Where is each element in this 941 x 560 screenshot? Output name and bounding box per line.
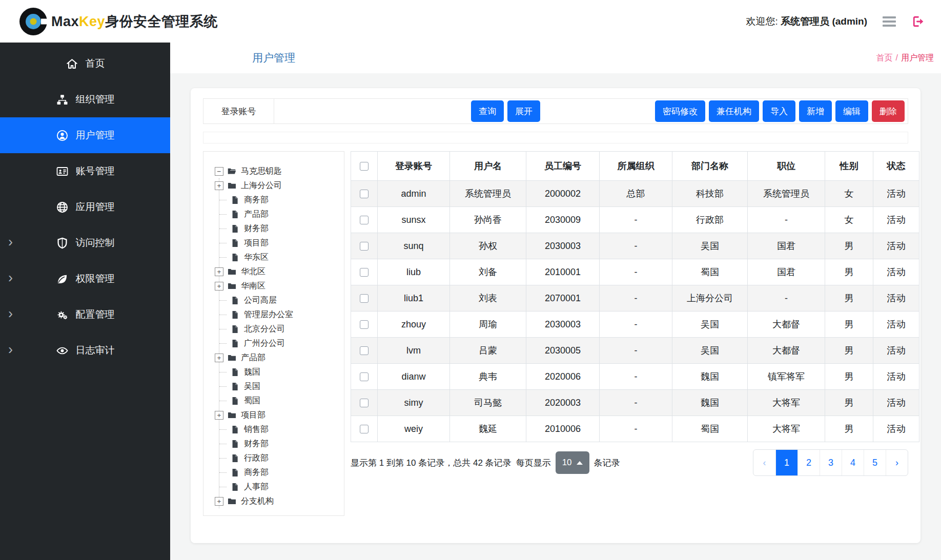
row-checkbox[interactable] <box>360 320 369 329</box>
sidebar-item-config[interactable]: ›配置管理 <box>0 297 170 333</box>
tree-node[interactable]: 销售部 <box>219 422 341 437</box>
row-select-cell <box>351 364 378 390</box>
tree-node[interactable]: 华东区 <box>219 250 341 264</box>
tree-node[interactable]: 北京分公司 <box>219 322 341 336</box>
tree-node[interactable]: 商务部 <box>219 465 341 480</box>
page-button-2[interactable]: 2 <box>797 450 820 475</box>
sidebar-item-user[interactable]: 用户管理 <box>0 117 170 153</box>
password-modify-button[interactable]: 密码修改 <box>655 100 705 122</box>
tree-node[interactable]: +华南区 <box>219 279 341 293</box>
row-checkbox[interactable] <box>360 399 369 407</box>
cell-login: dianw <box>378 364 450 390</box>
row-checkbox[interactable] <box>360 216 369 224</box>
cell-position: 国君 <box>748 233 825 259</box>
tree-node[interactable]: −马克思钥匙 <box>215 164 341 178</box>
cell-status: 活动 <box>873 416 919 442</box>
tree-node[interactable]: 商务部 <box>219 193 341 207</box>
tree-node[interactable]: 广州分公司 <box>219 336 341 350</box>
tree-node[interactable]: +项目部 <box>219 408 341 422</box>
tree-node[interactable]: 公司高层 <box>219 293 341 307</box>
query-button[interactable]: 查询 <box>471 100 504 122</box>
collapse-toggle-icon[interactable]: − <box>215 167 223 176</box>
page-size-value: 10 <box>562 458 572 468</box>
tree-node[interactable]: 吴国 <box>219 379 341 393</box>
tree-node[interactable]: 财务部 <box>219 221 341 236</box>
logout-button[interactable] <box>911 14 926 29</box>
breadcrumb: 首页 / 用户管理 <box>876 53 934 64</box>
col-status: 状态 <box>873 152 919 181</box>
sidebar-item-perm[interactable]: ›权限管理 <box>0 261 170 297</box>
row-checkbox[interactable] <box>360 242 369 251</box>
maxkey-logo-icon <box>19 8 47 35</box>
row-checkbox[interactable] <box>360 346 369 355</box>
file-icon <box>230 453 240 463</box>
sidebar-item-access[interactable]: ›访问控制 <box>0 225 170 261</box>
page-size-dropdown[interactable]: 10 <box>556 451 589 474</box>
cell-login: sunsx <box>378 207 450 233</box>
sidebar-item-audit[interactable]: ›日志审计 <box>0 333 170 368</box>
prev-page-button[interactable]: ‹ <box>753 450 775 475</box>
tree-node[interactable]: 人事部 <box>219 480 341 494</box>
top-header: MaxKey身份安全管理系统 欢迎您: 系统管理员 (admin) <box>0 0 941 43</box>
edit-button[interactable]: 编辑 <box>835 100 868 122</box>
import-button[interactable]: 导入 <box>763 100 795 122</box>
sidebar-item-label: 账号管理 <box>76 164 115 178</box>
col-org: 所属组织 <box>600 152 672 181</box>
tree-node[interactable]: 项目部 <box>219 236 341 250</box>
delete-button[interactable]: 删除 <box>872 100 905 122</box>
cell-gender: 女 <box>825 207 873 233</box>
table-body: admin系统管理员2000002总部科技部系统管理员女活动sunsx孙尚香20… <box>351 181 919 442</box>
page-button-1[interactable]: 1 <box>775 450 797 475</box>
per-page-prefix: 每页显示 <box>516 457 551 469</box>
menu-toggle-icon[interactable] <box>881 14 898 29</box>
tree-node[interactable]: +分支机构 <box>219 494 341 508</box>
expand-toggle-icon[interactable]: + <box>215 354 223 362</box>
row-checkbox[interactable] <box>360 294 369 303</box>
gears-icon <box>56 308 69 321</box>
sidebar-item-home[interactable]: 首页 <box>0 46 170 81</box>
chevron-right-icon: › <box>8 234 13 250</box>
file-icon <box>230 367 240 377</box>
login-account-input[interactable] <box>274 99 471 123</box>
expand-toggle-icon[interactable]: + <box>215 267 223 276</box>
breadcrumb-separator: / <box>896 53 898 63</box>
cell-status: 活动 <box>873 181 919 207</box>
tree-node[interactable]: 财务部 <box>219 437 341 451</box>
tree-node-label: 华东区 <box>244 252 269 263</box>
tree-node[interactable]: +华北区 <box>219 264 341 279</box>
page-title: 用户管理 <box>252 51 295 65</box>
row-checkbox[interactable] <box>360 268 369 277</box>
cell-position: - <box>748 285 825 312</box>
tree-node[interactable]: +产品部 <box>219 350 341 365</box>
table-row: zhouy周瑜2030003-吴国大都督男活动 <box>351 312 919 338</box>
expand-toggle-icon[interactable]: + <box>215 282 223 291</box>
row-checkbox[interactable] <box>360 425 369 433</box>
tree-node[interactable]: 行政部 <box>219 451 341 465</box>
tree-node-label: 北京分公司 <box>244 324 285 335</box>
tree-connector <box>219 487 227 487</box>
expand-toggle-icon[interactable]: + <box>215 181 223 190</box>
row-select-cell <box>351 181 378 207</box>
expand-toggle-icon[interactable]: + <box>215 411 223 420</box>
expand-toggle-icon[interactable]: + <box>215 497 223 506</box>
row-checkbox[interactable] <box>360 190 369 198</box>
tree-node[interactable]: 产品部 <box>219 207 341 221</box>
add-button[interactable]: 新增 <box>799 100 832 122</box>
row-checkbox[interactable] <box>360 372 369 381</box>
sidebar-item-account[interactable]: 账号管理 <box>0 153 170 189</box>
sidebar-item-label: 用户管理 <box>76 129 115 142</box>
concurrent-org-button[interactable]: 兼任机构 <box>709 100 759 122</box>
breadcrumb-home-link[interactable]: 首页 <box>876 53 893 64</box>
expand-button[interactable]: 展开 <box>507 100 540 122</box>
tree-node[interactable]: 魏国 <box>219 365 341 379</box>
next-page-button[interactable]: › <box>886 450 908 475</box>
tree-node[interactable]: 蜀国 <box>219 393 341 408</box>
tree-node[interactable]: +上海分公司 <box>219 178 341 193</box>
sidebar-item-org[interactable]: 组织管理 <box>0 81 170 117</box>
page-button-5[interactable]: 5 <box>864 450 886 475</box>
tree-node[interactable]: 管理层办公室 <box>219 307 341 322</box>
page-button-4[interactable]: 4 <box>842 450 864 475</box>
page-button-3[interactable]: 3 <box>820 450 842 475</box>
sidebar-item-app[interactable]: 应用管理 <box>0 189 170 225</box>
select-all-checkbox[interactable] <box>360 162 369 171</box>
